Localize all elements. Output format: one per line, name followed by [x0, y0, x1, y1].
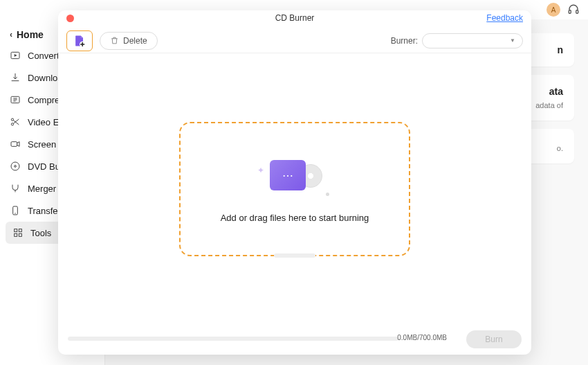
transfer-icon	[10, 205, 21, 216]
progress-text: 0.0MB/700.0MB	[397, 334, 447, 341]
dropzone-illustration: ✦ ⋯	[260, 154, 329, 196]
trash-icon	[110, 36, 119, 45]
svg-rect-1	[576, 10, 578, 14]
scissors-icon	[10, 116, 21, 127]
svg-point-11	[15, 213, 15, 213]
modal-footer: 0.0MB/700.0MB Burn	[58, 324, 531, 355]
modal-title: CD Burner	[275, 13, 315, 23]
burner-label: Burner:	[391, 36, 418, 46]
chevron-left-icon: ‹	[10, 30, 12, 39]
home-label: Home	[17, 29, 44, 40]
sidebar-item-label: Merger	[28, 184, 56, 194]
modal-content: ✦ ⋯ Add or drag files here to start burn…	[58, 53, 531, 324]
feedback-link[interactable]: Feedback	[486, 13, 523, 23]
headset-icon[interactable]	[567, 3, 580, 16]
disc-icon	[10, 161, 21, 172]
dropzone[interactable]: ✦ ⋯ Add or drag files here to start burn…	[179, 122, 410, 256]
svg-point-5	[11, 118, 13, 121]
modal-toolbar: Delete Burner: ▼	[58, 28, 531, 53]
burner-group: Burner: ▼	[391, 33, 523, 48]
svg-rect-0	[569, 10, 571, 14]
progress-bar	[68, 337, 398, 341]
svg-point-9	[15, 166, 17, 168]
camera-icon	[10, 139, 21, 150]
svg-marker-3	[15, 54, 17, 57]
modal-header: CD Burner Feedback	[58, 10, 531, 26]
svg-rect-14	[15, 233, 17, 236]
avatar[interactable]: A	[546, 3, 560, 17]
burner-select[interactable]: ▼	[422, 33, 523, 48]
converter-icon	[10, 50, 21, 61]
svg-rect-7	[11, 142, 17, 147]
sidebar-item-label: Tools	[30, 228, 51, 238]
chevron-down-icon: ▼	[510, 37, 515, 44]
delete-label: Delete	[123, 36, 147, 46]
add-file-button[interactable]	[66, 30, 93, 51]
download-icon	[10, 72, 21, 83]
progress-wrap: 0.0MB/700.0MB	[68, 337, 398, 342]
dropzone-text: Add or drag files here to start burning	[221, 213, 369, 223]
file-add-icon	[73, 34, 86, 48]
cd-burner-modal: CD Burner Feedback Delete Burner: ▼	[58, 10, 531, 355]
svg-point-6	[11, 123, 13, 125]
merge-icon	[10, 183, 21, 194]
dropzone-tray	[274, 253, 315, 258]
compress-icon	[10, 94, 21, 105]
sidebar-item-label: Transfer	[28, 206, 61, 216]
folder-icon: ⋯	[270, 160, 306, 190]
sparkle-icon: ✦	[257, 166, 264, 175]
svg-rect-15	[19, 233, 21, 236]
svg-rect-13	[19, 229, 21, 232]
svg-point-8	[11, 162, 19, 170]
delete-button[interactable]: Delete	[100, 32, 158, 50]
burn-button[interactable]: Burn	[466, 330, 522, 348]
dot-icon	[326, 193, 329, 196]
svg-rect-12	[15, 229, 17, 232]
close-icon[interactable]	[66, 15, 74, 22]
grid-icon	[12, 227, 24, 238]
